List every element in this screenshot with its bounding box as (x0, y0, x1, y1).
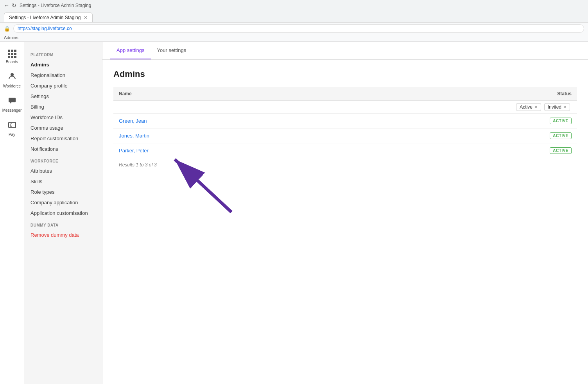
col-status-label: Status (557, 91, 572, 96)
admin-status-cell: ACTIVE (248, 143, 577, 158)
admin-status-cell: ACTIVE (248, 129, 577, 143)
workforce-section-label: WORKFORCE (24, 154, 102, 166)
boards-grid-icon (8, 50, 16, 58)
messenger-label: Messenger (2, 108, 22, 113)
sidebar-item-regionalisation[interactable]: Regionalisation (24, 70, 102, 80)
dummy-section-label: DUMMY DATA (24, 218, 102, 230)
nav-workforce[interactable]: Workforce (0, 68, 24, 92)
lock-icon: 🔒 (4, 26, 10, 32)
admins-table: Name Status Active ✕ (113, 87, 577, 158)
tab-your-settings[interactable]: Your settings (151, 42, 193, 59)
pay-label: Pay (9, 132, 15, 137)
sidebar-item-remove-dummy[interactable]: Remove dummy data (24, 230, 102, 240)
admin-name-cell[interactable]: Jones, Martin (113, 129, 248, 143)
admin-status-cell: ACTIVE (248, 114, 577, 129)
nav-messenger[interactable]: Messenger (0, 92, 24, 116)
sidebar-item-settings[interactable]: Settings (24, 91, 102, 102)
col-name: Name (113, 87, 248, 101)
boards-label: Boards (6, 60, 18, 64)
browser-title: Settings - Liveforce Admin Staging (20, 3, 91, 8)
messenger-icon (8, 96, 16, 107)
admin-name-cell[interactable]: Green, Jean (113, 114, 248, 129)
breadcrumb-bar: Admins (0, 34, 588, 41)
page-title: Admins (113, 69, 577, 79)
sidebar-item-notifications[interactable]: Notifications (24, 144, 102, 154)
table-header-row: Name Status (113, 87, 577, 101)
nav-boards[interactable]: Boards (0, 46, 24, 68)
status-badge: ACTIVE (550, 118, 572, 124)
address-bar[interactable]: https://staging.liveforce.co (13, 24, 584, 33)
close-tab-icon[interactable]: ✕ (84, 15, 88, 20)
table-row: Parker, Peter ACTIVE (113, 143, 577, 158)
status-badge: ACTIVE (550, 147, 572, 154)
results-text: Results 1 to 3 of 3 (113, 162, 577, 168)
filter-active-remove[interactable]: ✕ (534, 105, 538, 110)
filter-row: Active ✕ Invited ✕ (113, 101, 577, 114)
sidebar-item-skills[interactable]: Skills (24, 176, 102, 187)
back-icon[interactable]: ← (4, 2, 9, 9)
main-content: App settings Your settings Admins (102, 42, 588, 384)
sidebar-item-admins[interactable]: Admins (24, 59, 102, 70)
pay-icon: £ (8, 120, 16, 131)
sidebar-item-company-profile[interactable]: Company profile (24, 80, 102, 91)
status-badge: ACTIVE (550, 132, 572, 139)
workforce-label: Workforce (3, 84, 21, 88)
sidebar: PLATFORM Admins Regionalisation Company … (24, 42, 102, 384)
sidebar-item-billing[interactable]: Billing (24, 102, 102, 112)
svg-text:£: £ (10, 123, 12, 127)
nav-pay[interactable]: £ Pay (0, 116, 24, 141)
top-tabs: App settings Your settings (102, 42, 588, 60)
filter-status-cell: Active ✕ Invited ✕ (248, 101, 577, 114)
content-area: Admins Name Status (102, 60, 588, 384)
sidebar-item-workforce-ids[interactable]: Workforce IDs (24, 112, 102, 123)
table-row: Green, Jean ACTIVE (113, 114, 577, 129)
sidebar-item-application-customisation[interactable]: Application customisation (24, 208, 102, 218)
filter-invited-remove[interactable]: ✕ (563, 105, 566, 110)
filter-invited-label: Invited (548, 104, 561, 110)
platform-section-label: PLATFORM (24, 48, 102, 59)
filter-name-cell (113, 101, 248, 114)
filter-active-label: Active (520, 104, 532, 110)
tab-title: Settings - Liveforce Admin Staging (9, 15, 81, 20)
admin-name-cell[interactable]: Parker, Peter (113, 143, 248, 158)
col-status: Status (248, 87, 577, 101)
tab-app-settings[interactable]: App settings (110, 42, 151, 59)
sidebar-item-company-application[interactable]: Company application (24, 197, 102, 208)
workforce-icon (8, 72, 16, 82)
sidebar-item-attributes[interactable]: Attributes (24, 166, 102, 176)
filter-active-tag[interactable]: Active ✕ (516, 103, 541, 111)
refresh-icon[interactable]: ↻ (12, 2, 16, 9)
icon-nav: Boards Workforce Messenger (0, 42, 24, 384)
svg-point-0 (11, 73, 14, 76)
table-row: Jones, Martin ACTIVE (113, 129, 577, 143)
filter-invited-tag[interactable]: Invited ✕ (544, 103, 570, 111)
sidebar-item-comms-usage[interactable]: Comms usage (24, 123, 102, 133)
sidebar-item-role-types[interactable]: Role types (24, 187, 102, 197)
sidebar-item-report-customisation[interactable]: Report customisation (24, 133, 102, 144)
browser-tab[interactable]: Settings - Liveforce Admin Staging ✕ (4, 13, 93, 22)
